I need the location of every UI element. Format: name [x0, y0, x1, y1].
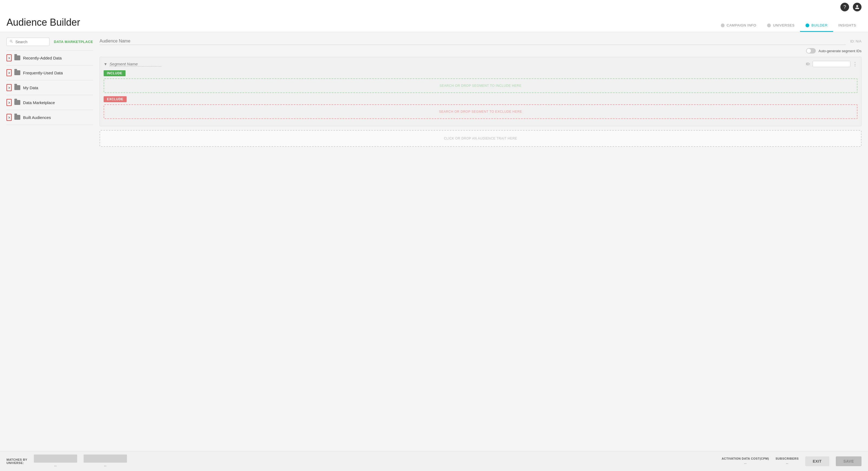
tree-item-built-audiences[interactable]: › Built Audiences — [6, 110, 93, 125]
audience-name-row: ID: N/A — [100, 38, 862, 45]
right-panel: ID: N/A Auto-generate segment IDs ▼ ID: … — [100, 38, 862, 446]
search-input[interactable] — [16, 40, 46, 44]
segment-id-label: ID: — [806, 62, 810, 66]
tab-universes[interactable]: UNIVERSES — [762, 20, 800, 32]
header: Audience Builder CAMPAIGN INFO UNIVERSES… — [0, 14, 868, 32]
save-button[interactable]: SAVE — [836, 457, 862, 466]
page-title: Audience Builder — [6, 17, 80, 32]
main-content: DATA MARKETPLACE › Recently-Added Data ›… — [0, 32, 868, 451]
top-bar: ? — [0, 0, 868, 14]
chevron-icon-data-marketplace: › — [6, 99, 12, 106]
tree-label-data-marketplace: Data Marketplace — [23, 100, 55, 105]
tab-dot-universes — [767, 24, 771, 27]
chevron-icon-my-data: › — [6, 84, 12, 91]
matches-by-universe-label: MATCHES BYUNIVERSE: — [6, 458, 27, 465]
auto-generate-row: Auto-generate segment IDs — [100, 48, 862, 54]
include-drop-zone[interactable]: SEARCH OR DROP SEGMENT TO INCLUDE HERE — [104, 78, 858, 93]
subscribers-metric: SUBSCRIBERS -- — [775, 457, 799, 465]
trait-drop-zone[interactable]: CLICK OR DROP AN AUDIENCE TRAIT HERE — [100, 130, 862, 147]
exit-button[interactable]: EXIT — [805, 457, 829, 466]
tree-item-frequently-used[interactable]: › Frequently-Used Data — [6, 65, 93, 80]
stat-block-1: -- — [34, 455, 77, 468]
exclude-drop-zone[interactable]: SEARCH OR DROP SEGMENT TO EXCLUDE HERE — [104, 104, 858, 119]
stat-bar-2 — [84, 455, 127, 463]
search-box[interactable] — [6, 38, 50, 46]
segment-collapse-icon[interactable]: ▼ — [104, 62, 107, 66]
stat-bar-1 — [34, 455, 77, 463]
audience-id: ID: N/A — [850, 39, 862, 43]
help-icon[interactable]: ? — [840, 3, 849, 11]
activation-cost-metric: ACTIVATION DATA COST(CPM) -- — [722, 457, 769, 465]
tab-insights[interactable]: INSIGHTS — [833, 20, 862, 32]
chevron-icon-built-audiences: › — [6, 114, 12, 121]
nav-tabs: CAMPAIGN INFO UNIVERSES BUILDER INSIGHTS — [715, 20, 862, 32]
folder-icon-recently-added — [14, 56, 20, 60]
exclude-section: EXCLUDE SEARCH OR DROP SEGMENT TO EXCLUD… — [104, 96, 858, 119]
stat-value-2: -- — [104, 464, 106, 468]
activation-cost-label: ACTIVATION DATA COST(CPM) — [722, 457, 769, 460]
segment-id-input[interactable] — [812, 61, 850, 67]
left-panel: DATA MARKETPLACE › Recently-Added Data ›… — [6, 38, 93, 446]
tree-label-built-audiences: Built Audiences — [23, 115, 51, 120]
left-top-bar: DATA MARKETPLACE — [6, 38, 93, 46]
folder-icon-frequently-used — [14, 70, 20, 75]
tree-label-my-data: My Data — [23, 86, 38, 90]
stat-value-1: -- — [54, 464, 57, 468]
tree-item-data-marketplace[interactable]: › Data Marketplace — [6, 95, 93, 110]
exclude-badge: EXCLUDE — [104, 96, 127, 102]
tab-builder[interactable]: BUILDER — [800, 20, 833, 32]
activation-cost-value: -- — [744, 461, 746, 465]
search-icon — [9, 39, 13, 44]
include-section: INCLUDE SEARCH OR DROP SEGMENT TO INCLUD… — [104, 70, 858, 93]
segment-card: ▼ ID: ⋮ INCLUDE SEARCH OR DROP SEGMENT T… — [100, 57, 862, 126]
stat-block-2: -- — [84, 455, 127, 468]
footer: MATCHES BYUNIVERSE: -- -- ACTIVATION DAT… — [0, 451, 868, 471]
segment-title-area: ▼ — [104, 62, 161, 67]
chevron-icon-frequently-used: › — [6, 69, 12, 76]
segment-menu-icon[interactable]: ⋮ — [852, 61, 858, 67]
tab-dot-campaign-info — [721, 24, 724, 27]
tree-label-recently-added: Recently-Added Data — [23, 56, 62, 60]
auto-generate-label: Auto-generate segment IDs — [818, 49, 862, 53]
tab-campaign-info[interactable]: CAMPAIGN INFO — [715, 20, 762, 32]
folder-icon-built-audiences — [14, 115, 20, 120]
folder-icon-my-data — [14, 85, 20, 90]
folder-icon-data-marketplace — [14, 100, 20, 105]
tree-list: › Recently-Added Data › Frequently-Used … — [6, 50, 93, 125]
tab-dot-builder — [806, 24, 809, 27]
subscribers-value: -- — [786, 461, 788, 465]
segment-name-input[interactable] — [110, 62, 161, 67]
user-icon[interactable] — [853, 3, 862, 11]
audience-name-input[interactable] — [100, 38, 846, 45]
data-marketplace-link[interactable]: DATA MARKETPLACE — [54, 40, 93, 44]
include-badge: INCLUDE — [104, 70, 126, 76]
segment-id-area: ID: ⋮ — [806, 61, 858, 67]
tree-item-my-data[interactable]: › My Data — [6, 80, 93, 95]
auto-generate-toggle[interactable] — [806, 48, 816, 54]
tree-item-recently-added[interactable]: › Recently-Added Data — [6, 51, 93, 65]
segment-header: ▼ ID: ⋮ — [104, 61, 858, 67]
subscribers-label: SUBSCRIBERS — [775, 457, 799, 460]
chevron-icon-recently-added: › — [6, 54, 12, 61]
tree-label-frequently-used: Frequently-Used Data — [23, 71, 63, 75]
